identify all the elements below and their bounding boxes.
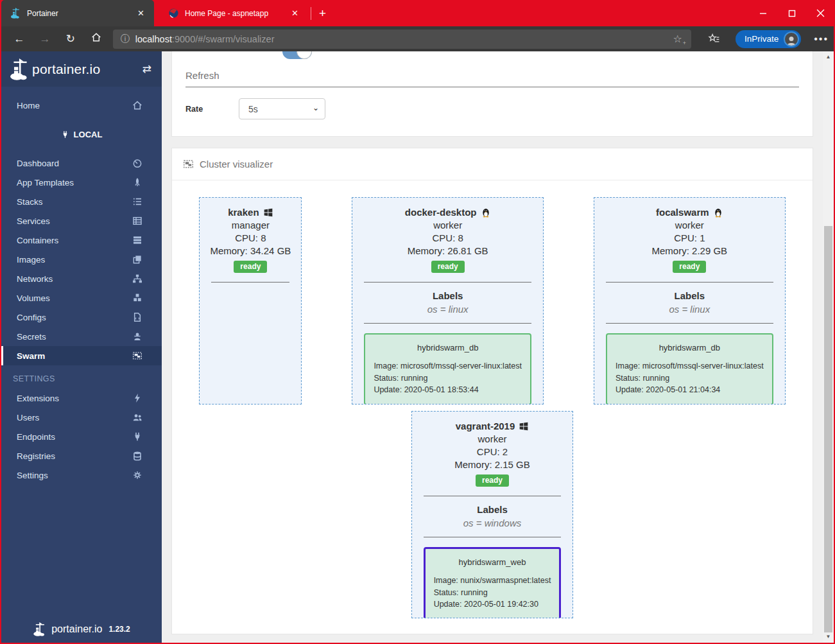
server-icon <box>132 235 142 245</box>
node-card-focalswarm[interactable]: focalswarm worker CPU: 1 Memory: 2.29 GB… <box>594 197 786 405</box>
task-status: Status: running <box>615 372 764 385</box>
sidebar-item-stacks[interactable]: Stacks <box>1 192 162 211</box>
back-icon[interactable]: ← <box>6 33 32 46</box>
divider <box>364 323 531 324</box>
task-card-selected[interactable]: hybridswarm_web Image: nunix/swarmaspnet… <box>424 547 562 618</box>
labels-title: Labels <box>605 289 775 302</box>
sidebar-item-dashboard[interactable]: Dashboard <box>1 153 162 173</box>
forward-icon[interactable]: → <box>32 33 58 46</box>
refresh-icon[interactable]: ↻ <box>58 32 83 46</box>
task-update: Update: 2020-05-01 21:04:34 <box>615 384 764 396</box>
users-icon <box>132 412 142 422</box>
node-memory: Memory: 26.81 GB <box>363 245 533 257</box>
windows-icon <box>263 207 273 218</box>
minimize-button[interactable] <box>748 0 777 26</box>
divider <box>424 537 562 537</box>
node-cpu: CPU: 8 <box>210 232 291 245</box>
task-card[interactable]: hybridswarm_db Image: microsoft/mssql-se… <box>364 333 531 405</box>
node-role: worker <box>605 219 775 232</box>
new-tab-button[interactable]: + <box>311 6 334 21</box>
tab-close-icon[interactable]: ✕ <box>288 7 302 19</box>
sidebar-item-networks[interactable]: Networks <box>1 269 162 288</box>
task-card[interactable]: hybridswarm_db Image: microsoft/mssql-se… <box>606 333 773 405</box>
node-card-vagrant-2019[interactable]: vagrant-2019 worker CPU: 2 Memory: 2.15 … <box>411 411 574 618</box>
add-favorite-icon[interactable]: ☆+ <box>669 33 686 45</box>
settings-section-header: SETTINGS <box>1 365 162 388</box>
sidebar-item-secrets[interactable]: Secrets <box>1 327 162 346</box>
tab-title: Home Page - aspnetapp <box>185 9 282 18</box>
home-icon <box>132 100 142 110</box>
sidebar-item-configs[interactable]: Configs <box>1 308 162 327</box>
panel-header: Cluster visualizer <box>172 148 813 180</box>
status-badge: ready <box>476 474 509 487</box>
sidebar-item-app-templates[interactable]: App Templates <box>1 173 162 192</box>
close-button[interactable] <box>806 0 835 26</box>
rate-label: Rate <box>185 105 239 114</box>
node-memory: Memory: 34.24 GB <box>210 245 291 257</box>
node-card-docker-desktop[interactable]: docker-desktop worker CPU: 8 Memory: 26.… <box>352 197 544 405</box>
list-icon <box>132 196 142 207</box>
profile-avatar[interactable] <box>784 31 799 47</box>
refresh-section-title: Refresh <box>185 51 799 81</box>
object-group-icon <box>183 159 194 170</box>
th-list-icon <box>132 216 142 226</box>
node-role: worker <box>422 433 563 446</box>
maximize-button[interactable] <box>777 0 806 26</box>
user-secret-icon <box>132 331 142 342</box>
sidebar-item-users[interactable]: Users <box>1 408 162 427</box>
node-card-kraken[interactable]: kraken manager CPU: 8 Memory: 34.24 GB r… <box>199 197 302 405</box>
portainer-logo-icon <box>33 622 47 636</box>
scroll-down-icon[interactable]: ▼ <box>823 632 834 642</box>
toggle-switch[interactable] <box>282 51 312 59</box>
divider <box>364 282 531 283</box>
database-icon <box>132 451 142 461</box>
plug-icon <box>132 431 142 442</box>
tab-close-icon[interactable]: ✕ <box>134 7 148 19</box>
tab-aspnetapp[interactable]: Home Page - aspnetapp ✕ <box>159 0 308 26</box>
divider <box>211 282 289 283</box>
browser-menu-icon[interactable]: ••• <box>814 33 829 45</box>
sidebar-header: portainer.io ⇄ <box>1 51 162 87</box>
sidebar-collapse-icon[interactable]: ⇄ <box>142 62 151 76</box>
sidebar-item-endpoints[interactable]: Endpoints <box>1 427 162 446</box>
tab-title: Portainer <box>27 9 128 18</box>
scrollbar-thumb[interactable] <box>824 226 832 632</box>
cubes-icon <box>132 293 142 303</box>
site-info-icon[interactable]: ⓘ <box>121 33 130 45</box>
browser-home-icon[interactable] <box>83 32 109 46</box>
tachometer-icon <box>132 158 142 168</box>
node-memory: Memory: 2.29 GB <box>605 245 775 257</box>
sidebar-item-services[interactable]: Services <box>1 211 162 231</box>
inprivate-badge[interactable]: InPrivate <box>736 30 801 48</box>
node-label: os = linux <box>605 302 775 316</box>
task-name: hybridswarm_db <box>374 343 522 352</box>
window-frame <box>0 26 1 644</box>
refresh-panel: Refresh Rate 5s ⌄ <box>171 51 813 137</box>
sidebar-item-registries[interactable]: Registries <box>1 446 162 466</box>
task-update: Update: 2020-05-01 18:53:44 <box>374 384 522 396</box>
sidebar: portainer.io ⇄ Home LOCAL Dashboard App … <box>1 51 162 643</box>
address-bar[interactable]: ⓘ localhost:9000/#/swarm/visualizer ☆+ <box>113 30 691 49</box>
task-name: hybridswarm_web <box>434 557 551 567</box>
node-label: os = linux <box>363 302 533 316</box>
browser-window: Portainer ✕ Home Page - aspnetapp ✕ + ← … <box>0 0 835 644</box>
sidebar-item-home[interactable]: Home <box>1 96 162 115</box>
node-label: os = windows <box>422 516 563 530</box>
section-divider <box>185 87 799 87</box>
favorites-bar-icon[interactable] <box>708 33 720 45</box>
sidebar-item-containers[interactable]: Containers <box>1 231 162 250</box>
rate-select[interactable]: 5s <box>239 98 325 119</box>
sidebar-item-settings[interactable]: Settings <box>1 466 162 485</box>
sidebar-item-images[interactable]: Images <box>1 250 162 269</box>
url-text[interactable]: localhost:9000/#/swarm/visualizer <box>135 34 669 44</box>
divider <box>606 282 773 283</box>
task-image: Image: microsoft/mssql-server-linux:late… <box>615 360 764 372</box>
sidebar-item-swarm[interactable]: Swarm <box>1 346 162 365</box>
divider <box>606 323 773 324</box>
sidebar-item-volumes[interactable]: Volumes <box>1 288 162 308</box>
scroll-up-icon[interactable]: ▲ <box>823 52 834 62</box>
tab-portainer[interactable]: Portainer ✕ <box>1 0 154 26</box>
vertical-scrollbar[interactable]: ▲ ▼ <box>823 51 834 643</box>
sidebar-item-extensions[interactable]: Extensions <box>1 388 162 408</box>
task-name: hybridswarm_db <box>615 343 764 352</box>
